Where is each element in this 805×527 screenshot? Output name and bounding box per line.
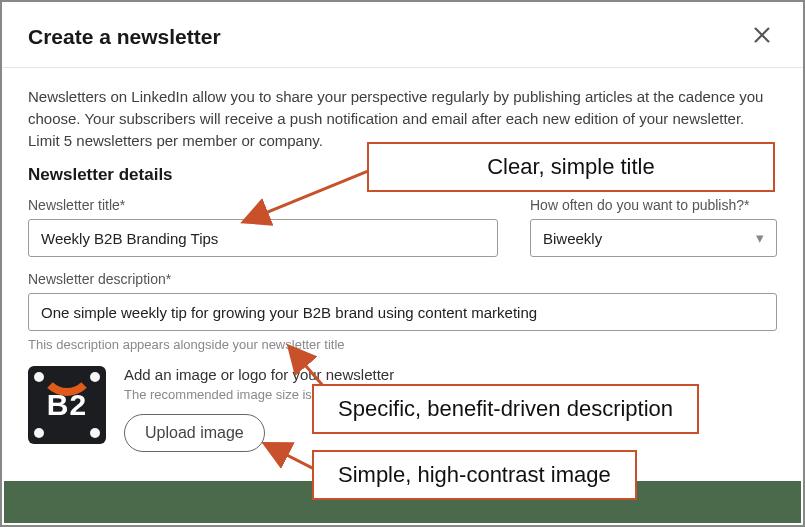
frequency-label: How often do you want to publish?* <box>530 197 777 213</box>
annotation-title: Clear, simple title <box>367 142 775 192</box>
upload-image-button[interactable]: Upload image <box>124 414 265 452</box>
field-publish-frequency: How often do you want to publish?* Biwee… <box>530 197 777 257</box>
title-input[interactable] <box>28 219 498 257</box>
logo-thumbnail: B2 <box>28 366 106 444</box>
field-newsletter-title: Newsletter title* <box>28 197 498 257</box>
frequency-value: Biweekly <box>543 230 602 247</box>
modal-header: Create a newsletter <box>2 2 803 68</box>
field-newsletter-description: Newsletter description* This description… <box>28 271 777 352</box>
row-title-frequency: Newsletter title* How often do you want … <box>28 197 777 257</box>
description-helper: This description appears alongside your … <box>28 337 777 352</box>
close-button[interactable] <box>747 20 777 53</box>
title-label: Newsletter title* <box>28 197 498 213</box>
modal-frame: { "header": { "title": "Create a newslet… <box>0 0 805 527</box>
description-label: Newsletter description* <box>28 271 777 287</box>
annotation-image: Simple, high-contrast image <box>312 450 637 500</box>
frequency-select[interactable]: Biweekly ▾ <box>530 219 777 257</box>
logo-thumbnail-text: B2 <box>47 388 87 422</box>
description-input[interactable] <box>28 293 777 331</box>
modal-title: Create a newsletter <box>28 25 221 49</box>
image-line1: Add an image or logo for your newsletter <box>124 366 777 383</box>
annotation-description: Specific, benefit-driven description <box>312 384 699 434</box>
chevron-down-icon: ▾ <box>756 229 764 247</box>
close-icon <box>751 24 773 46</box>
